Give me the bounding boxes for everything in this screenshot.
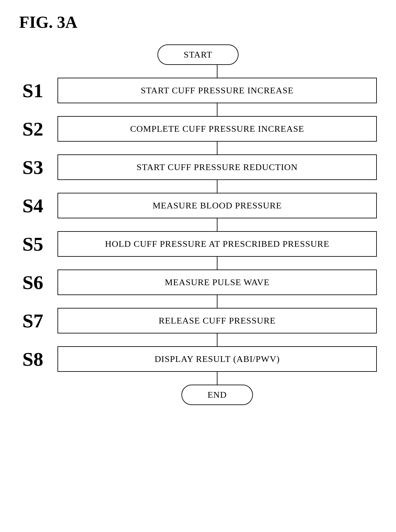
step-s5-row: S5 HOLD CUFF PRESSURE AT PRESCRIBED PRES… — [19, 231, 377, 257]
step-s7-row: S7 RELEASE CUFF PRESSURE — [19, 308, 377, 333]
step-s6-box: MEASURE PULSE WAVE — [57, 270, 377, 295]
step-s4-row: S4 MEASURE BLOOD PRESSURE — [19, 193, 377, 218]
step-s7-label: S7 — [19, 309, 57, 332]
step-s1-box: START CUFF PRESSURE INCREASE — [57, 78, 377, 103]
step-s3-row: S3 START CUFF PRESSURE REDUCTION — [19, 154, 377, 180]
step-s2-row: S2 COMPLETE CUFF PRESSURE INCREASE — [19, 116, 377, 142]
step-s4-box: MEASURE BLOOD PRESSURE — [57, 193, 377, 218]
step-s2-box: COMPLETE CUFF PRESSURE INCREASE — [57, 116, 377, 142]
figure-title: FIG. 3A — [19, 13, 377, 32]
step-s1-label: S1 — [19, 79, 57, 102]
end-terminal: END — [181, 385, 253, 405]
step-s2-label: S2 — [19, 118, 57, 140]
step-s5-box: HOLD CUFF PRESSURE AT PRESCRIBED PRESSUR… — [57, 231, 377, 257]
step-s6-row: S6 MEASURE PULSE WAVE — [19, 270, 377, 295]
start-terminal: START — [157, 44, 239, 65]
step-s8-box: DISPLAY RESULT (ABI/PWV) — [57, 346, 377, 372]
step-s3-label: S3 — [19, 156, 57, 179]
step-s8-row: S8 DISPLAY RESULT (ABI/PWV) — [19, 346, 377, 372]
step-s4-label: S4 — [19, 194, 57, 217]
flowchart: START S1 START CUFF PRESSURE INCREASE S2… — [19, 44, 377, 405]
step-s7-box: RELEASE CUFF PRESSURE — [57, 308, 377, 333]
step-s3-box: START CUFF PRESSURE REDUCTION — [57, 154, 377, 180]
step-s5-label: S5 — [19, 233, 57, 255]
step-s6-label: S6 — [19, 271, 57, 294]
step-s8-label: S8 — [19, 348, 57, 371]
step-s1-row: S1 START CUFF PRESSURE INCREASE — [19, 78, 377, 103]
